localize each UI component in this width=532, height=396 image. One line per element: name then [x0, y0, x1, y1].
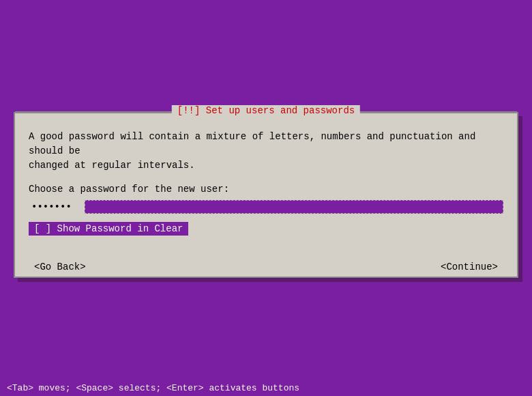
go-back-button[interactable]: <Go Back> [29, 260, 91, 274]
password-input[interactable] [29, 200, 83, 214]
status-bar: <Tab> moves; <Space> selects; <Enter> ac… [0, 380, 532, 396]
password-input-row [29, 200, 503, 214]
password-input-bar [85, 200, 503, 214]
continue-button[interactable]: <Continue> [435, 260, 503, 274]
dialog-wrapper: [!!] Set up users and passwords A good p… [14, 112, 518, 278]
button-row: <Go Back> <Continue> [15, 257, 517, 277]
password-label: Choose a password for the new user: [29, 184, 503, 195]
dialog-box: [!!] Set up users and passwords A good p… [14, 112, 518, 278]
dialog-content: A good password will contain a mixture o… [15, 113, 517, 257]
dialog-title: [!!] Set up users and passwords [172, 105, 360, 116]
description-text: A good password will contain a mixture o… [29, 130, 503, 173]
show-password-checkbox[interactable]: [ ] Show Password in Clear [29, 222, 188, 236]
